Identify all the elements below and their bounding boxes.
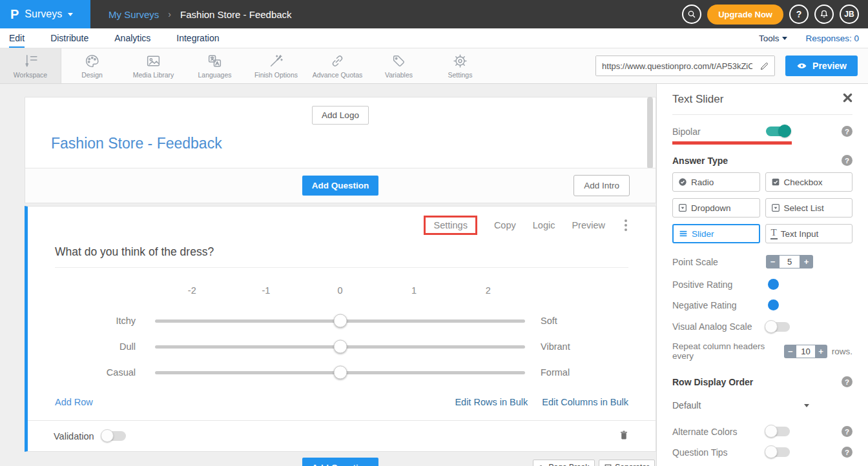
help-button[interactable]: ?: [789, 5, 809, 24]
point-scale-plus-button[interactable]: +: [800, 255, 813, 268]
tab-distribute[interactable]: Distribute: [50, 28, 88, 48]
answer-type-slider[interactable]: Slider: [672, 224, 760, 243]
repeat-headers-minus-button[interactable]: −: [784, 345, 796, 358]
repeat-headers-plus-button[interactable]: +: [815, 345, 827, 358]
question-tips-row: Question Tips ?: [672, 447, 852, 458]
app-root: P Surveys My Surveys › Fashion Store - F…: [0, 0, 868, 466]
avatar[interactable]: JB: [840, 5, 859, 24]
scale-cells-wrap: -2 -1 0 1 2: [155, 285, 525, 296]
validation-toggle[interactable]: [102, 431, 126, 441]
separator-button[interactable]: Separator: [599, 460, 655, 466]
question-text[interactable]: What do you think of the dress?: [28, 235, 656, 267]
question-copy-link[interactable]: Copy: [494, 220, 516, 230]
add-question-button[interactable]: Add Question: [302, 176, 379, 196]
slider-track[interactable]: [155, 345, 525, 349]
content: Add Logo Fashion Store - Feedback Add Qu…: [0, 84, 868, 466]
negative-rating-color-swatch[interactable]: [768, 299, 779, 310]
repeat-headers-stepper: − 10 +: [784, 345, 827, 358]
row-right-label[interactable]: Soft: [525, 316, 628, 326]
question-tips-help-icon[interactable]: ?: [842, 447, 852, 458]
search-button[interactable]: [682, 5, 701, 24]
answer-type-checkbox[interactable]: Checkbox: [765, 172, 853, 192]
add-intro-button[interactable]: Add Intro: [574, 175, 630, 196]
slider-handle[interactable]: [333, 314, 347, 328]
delete-question-button[interactable]: [618, 429, 630, 443]
edit-url-button[interactable]: [754, 56, 774, 76]
question-settings-link[interactable]: Settings: [424, 216, 477, 235]
notifications-button[interactable]: [814, 5, 834, 24]
tool-languages[interactable]: Languages: [184, 48, 245, 83]
point-scale-value[interactable]: 5: [780, 255, 800, 268]
row-display-order-select[interactable]: Default: [672, 400, 809, 410]
question-logic-link[interactable]: Logic: [533, 220, 555, 230]
top-actions: Upgrade Now ? JB: [682, 0, 868, 28]
tool-media-library[interactable]: Media Library: [123, 48, 184, 83]
row-left-label[interactable]: Dull: [55, 341, 155, 352]
tab-edit[interactable]: Edit: [9, 28, 25, 48]
answer-type-help-icon[interactable]: ?: [842, 155, 852, 166]
scrollbar[interactable]: [647, 97, 653, 169]
page-break-label: Page Break: [549, 463, 590, 466]
breadcrumb-my-surveys[interactable]: My Surveys: [108, 9, 159, 20]
chain-links-icon: [329, 53, 346, 69]
answer-type-label: Checkbox: [784, 177, 823, 187]
row-right-label[interactable]: Vibrant: [525, 341, 628, 352]
tab-analytics[interactable]: Analytics: [114, 28, 150, 48]
bipolar-toggle[interactable]: [766, 127, 790, 136]
bipolar-help-icon[interactable]: ?: [842, 126, 852, 137]
row-left-label[interactable]: Casual: [55, 367, 155, 378]
tool-workspace[interactable]: Workspace: [0, 48, 61, 83]
tool-settings[interactable]: Settings: [429, 48, 491, 83]
answer-type-dropdown[interactable]: Dropdown: [672, 198, 760, 218]
breadcrumb-current: Fashion Store - Feedback: [180, 9, 292, 20]
row-left-label[interactable]: Itchy: [55, 316, 155, 326]
tool-design[interactable]: Design: [61, 48, 123, 83]
edit-rows-bulk-link[interactable]: Edit Rows in Bulk: [455, 397, 528, 407]
slider-matrix: -2 -1 0 1 2 Itchy: [28, 268, 656, 385]
survey-editor: Add Logo Fashion Store - Feedback Add Qu…: [0, 84, 656, 466]
positive-rating-color-swatch[interactable]: [768, 279, 779, 290]
alternate-colors-toggle[interactable]: [766, 427, 790, 436]
preview-button[interactable]: Preview: [785, 56, 858, 76]
add-question-button-bottom[interactable]: Add Question: [302, 458, 379, 466]
slider-track[interactable]: [155, 371, 525, 374]
validation-row: Validation: [28, 420, 656, 451]
visual-analog-toggle[interactable]: [766, 322, 790, 332]
row-display-order-help-icon[interactable]: ?: [842, 376, 852, 387]
page-break-button[interactable]: Page Break: [533, 460, 595, 466]
upgrade-now-button[interactable]: Upgrade Now: [707, 5, 783, 25]
answer-type-select-list[interactable]: Select List: [765, 198, 853, 218]
tab-integration[interactable]: Integration: [176, 28, 219, 48]
tool-label: Advance Quotas: [313, 71, 363, 79]
question-tips-toggle[interactable]: [766, 447, 790, 457]
annotation-bipolar-highlight: [672, 141, 792, 145]
point-scale-minus-button[interactable]: −: [766, 255, 780, 268]
tool-variables[interactable]: Variables: [368, 48, 429, 83]
slider-handle[interactable]: [333, 340, 347, 354]
edit-toolbar: Workspace Design Media Library Languages…: [0, 48, 868, 84]
survey-url-input[interactable]: [596, 56, 754, 76]
tool-advance-quotas[interactable]: Advance Quotas: [307, 48, 368, 83]
survey-nav-bar: Edit Distribute Analytics Integration To…: [0, 28, 868, 48]
survey-url-box: [595, 56, 775, 76]
slider-track[interactable]: [155, 319, 525, 323]
nav-tabs: Edit Distribute Analytics Integration: [9, 28, 245, 48]
answer-type-text-input[interactable]: T Text Input: [765, 224, 853, 243]
more-options-icon[interactable]: [622, 218, 630, 232]
slider-handle[interactable]: [333, 366, 347, 380]
question-preview-link[interactable]: Preview: [572, 220, 605, 230]
add-row-link[interactable]: Add Row: [55, 397, 93, 407]
row-right-label[interactable]: Formal: [525, 367, 628, 378]
close-panel-button[interactable]: [843, 93, 852, 106]
repeat-headers-value[interactable]: 10: [796, 345, 814, 358]
tools-menu[interactable]: Tools: [759, 34, 788, 43]
surveys-app-menu[interactable]: P Surveys: [0, 0, 90, 28]
answer-type-radio[interactable]: Radio: [672, 172, 760, 192]
survey-title[interactable]: Fashion Store - Feedback: [25, 125, 656, 168]
edit-columns-bulk-link[interactable]: Edit Columns in Bulk: [542, 397, 628, 407]
alternate-colors-help-icon[interactable]: ?: [842, 426, 852, 437]
tool-finish-options[interactable]: Finish Options: [245, 48, 307, 83]
search-icon: [687, 9, 697, 19]
add-logo-button[interactable]: Add Logo: [312, 106, 369, 125]
responses-count[interactable]: Responses: 0: [805, 34, 859, 43]
